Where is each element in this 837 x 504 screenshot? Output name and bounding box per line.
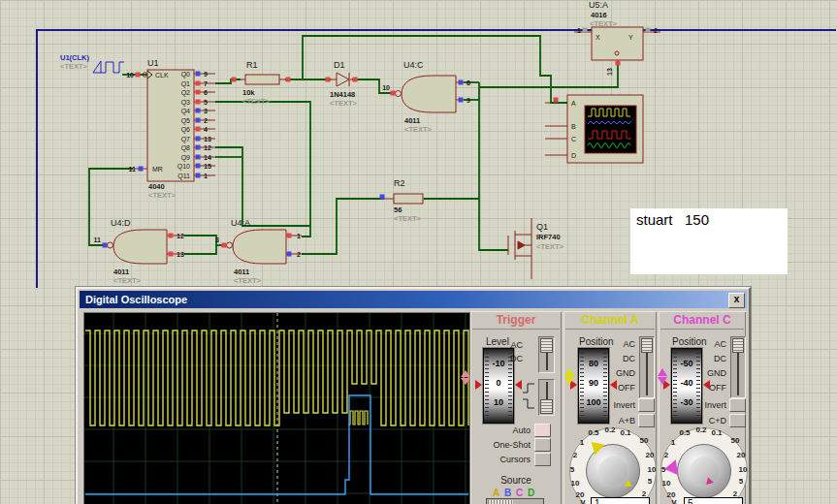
schematic-label: 3 [204, 108, 208, 114]
schematic-label: 4040 [148, 182, 165, 191]
schematic-label: 1 [204, 173, 208, 179]
schematic-label: R2 [394, 178, 405, 188]
schematic-label: 2 [654, 27, 658, 34]
channel-a-position-gauge[interactable]: 80 90 100 [578, 348, 609, 424]
schematic-label: A [571, 100, 576, 107]
pin-state-square [196, 81, 201, 86]
trigger-coupling-slider[interactable] [538, 336, 555, 373]
dial-scale-label: 50 [731, 436, 740, 445]
u4d-body[interactable] [113, 230, 167, 264]
r1-body[interactable] [245, 75, 279, 84]
pin-state-square [196, 109, 201, 113]
channel-c-value: 5 [688, 498, 693, 504]
pin-state-square [196, 164, 201, 169]
scope-display [83, 312, 470, 504]
wire[interactable] [215, 79, 241, 83]
coupling-dc: DC [697, 354, 726, 363]
level-marker-left[interactable] [475, 380, 482, 390]
schematic-label: <TEXT> [242, 97, 271, 106]
dial-scale-label: 1 [671, 438, 675, 447]
channel-a-coupling-slider[interactable] [639, 336, 655, 398]
channel-c-value-field[interactable]: 5 [684, 497, 743, 504]
trigger-edge-slider[interactable] [538, 379, 555, 416]
source-channel-selector[interactable]: ABCD [492, 488, 535, 498]
schematic-label: X [596, 34, 600, 41]
schematic-label: 10k [242, 88, 255, 97]
schematic-label: Q10 [177, 163, 190, 171]
channel-a-sum-button[interactable] [638, 414, 655, 427]
pin-state-square [136, 73, 141, 78]
dial-scale-label: 2 [664, 451, 668, 459]
schematic-label: <TEXT> [330, 99, 358, 108]
schematic-label: 1 [297, 233, 301, 239]
wire[interactable] [215, 147, 310, 226]
channel-a-gain-knob[interactable]: 0.50.20.1125102050201052VmV [569, 427, 655, 504]
schematic-label: 10 [382, 84, 390, 91]
channel-a-value-field[interactable]: 1 [591, 497, 650, 504]
trigger-drag-arrows[interactable] [461, 369, 470, 386]
channel-a-drag-arrows[interactable] [564, 367, 574, 386]
horizontal-scale-knob[interactable] [486, 498, 544, 504]
title-bar[interactable]: Digital Oscilloscope x [80, 291, 747, 308]
pin-state-square [287, 234, 292, 238]
annotation-text: stuart 150 [636, 211, 709, 228]
schematic-label: R1 [246, 60, 258, 70]
u4a-body[interactable] [233, 230, 286, 264]
schematic-label: U4:A [231, 218, 250, 228]
schematic-label: Q3 [181, 99, 190, 107]
schematic-label: 8 [467, 79, 470, 86]
cursors-button[interactable] [534, 453, 551, 466]
oscilloscope-window[interactable]: Digital Oscilloscope x Trigger Level -10… [76, 287, 751, 504]
schematic-label: 3 [215, 236, 219, 243]
dial-scale-label: 0.5 [588, 428, 598, 437]
gauge-value: 80 [579, 359, 608, 368]
one-shot-button[interactable] [534, 438, 551, 452]
source-channel-a[interactable]: A [492, 488, 500, 498]
schematic-label: U4:C [403, 60, 424, 70]
schematic-label: 5 [204, 99, 208, 106]
coupling-gnd: GND [606, 368, 635, 378]
source-label: Source [487, 475, 545, 486]
channel-c-drag-arrows[interactable] [658, 367, 667, 386]
dial-scale-label: 2 [573, 451, 577, 459]
d1-diode[interactable] [337, 73, 349, 86]
channel-c-sum-button[interactable] [729, 414, 746, 427]
u4c-body[interactable] [402, 76, 456, 112]
pin-state-square [103, 243, 108, 248]
pin-state-square [169, 252, 174, 257]
schematic-label: Q4 [181, 108, 190, 115]
channel-c-invert-button[interactable] [729, 398, 746, 412]
schematic-label: D1 [334, 60, 345, 70]
channel-c-coupling-slider[interactable] [730, 336, 746, 398]
schematic-label: Q0 [181, 71, 190, 79]
close-icon[interactable]: x [728, 293, 745, 308]
auto-button[interactable] [534, 424, 551, 437]
wire[interactable] [479, 82, 508, 250]
channel-c-header: Channel C [660, 313, 744, 330]
q1-mosfet[interactable] [508, 218, 531, 279]
pin-state-square [196, 155, 201, 160]
schematic-label: <TEXT> [536, 242, 564, 251]
channel-c-gain-knob[interactable]: 0.50.20.1125102050201052VmV [660, 427, 746, 504]
schematic-label: 12 [204, 144, 211, 151]
wire[interactable] [184, 236, 216, 254]
one-shot-label: One-Shot [480, 440, 531, 450]
channel-a-invert-button[interactable] [638, 398, 655, 412]
source-channel-b[interactable]: B [503, 488, 512, 498]
source-channel-d[interactable]: D [527, 488, 535, 498]
pin-state-square [554, 98, 559, 103]
gauge-value: 10 [484, 397, 513, 407]
wire[interactable] [302, 199, 384, 254]
dial-scale-label: 0.2 [604, 425, 615, 434]
coupling-gnd: GND [697, 368, 726, 378]
pin-state-square [196, 100, 201, 105]
r2-body[interactable] [394, 194, 423, 204]
dial-scale-label: 10 [739, 465, 748, 474]
dial-scale-label: 10 [571, 479, 580, 488]
source-channel-c[interactable]: C [515, 488, 524, 498]
schematic-label: 7 [204, 80, 208, 87]
annotation-box[interactable]: stuart 150 [630, 208, 788, 274]
cursors-label: Cursors [480, 455, 531, 464]
wire[interactable] [215, 102, 310, 236]
schematic-label: 10 [126, 72, 134, 79]
